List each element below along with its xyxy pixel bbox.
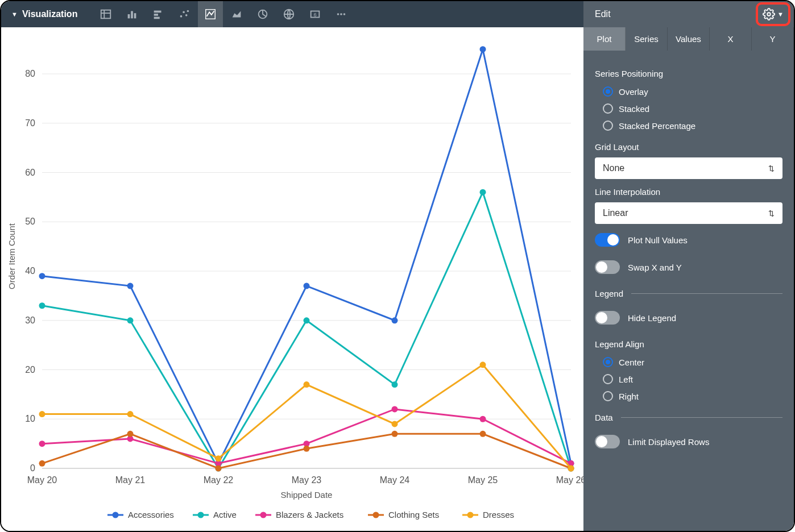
top-toolbar: ▼ Visualization 6 Edit ▼: [1, 1, 794, 27]
data-point[interactable]: [304, 283, 310, 289]
edit-tabs: PlotSeriesValuesXY: [583, 27, 794, 51]
data-point[interactable]: [480, 361, 486, 368]
select-caret-icon: ⇅: [768, 209, 775, 218]
visualization-title: Visualization: [22, 9, 78, 19]
radio-label: Overlay: [619, 87, 648, 97]
tab-series[interactable]: Series: [626, 27, 668, 51]
y-tick-label: 60: [25, 168, 35, 177]
data-point[interactable]: [304, 446, 310, 452]
tab-plot[interactable]: Plot: [583, 27, 626, 51]
tab-x[interactable]: X: [710, 27, 752, 51]
svg-point-20: [343, 13, 346, 15]
limit-rows-toggle[interactable]: [595, 435, 620, 448]
grid-layout-select[interactable]: None ⇅: [595, 157, 782, 179]
radio-label: Stacked Percentage: [619, 121, 695, 131]
legend-label: Blazers & Jackets: [276, 510, 343, 519]
edit-label: Edit: [595, 9, 611, 19]
radio-label: Left: [619, 375, 633, 384]
legend-item-active[interactable]: Active: [193, 510, 237, 519]
viz-type-scatter-icon[interactable]: [172, 1, 197, 27]
edit-side-panel: PlotSeriesValuesXY Series Positioning Ov…: [583, 27, 794, 531]
data-point[interactable]: [480, 416, 486, 422]
visualization-dropdown[interactable]: ▼ Visualization: [1, 9, 88, 19]
svg-rect-7: [154, 14, 158, 16]
data-point[interactable]: [39, 440, 45, 447]
line-interpolation-select[interactable]: Linear ⇅: [595, 202, 782, 224]
data-point[interactable]: [127, 431, 134, 437]
data-point[interactable]: [216, 455, 222, 462]
legend-label: Active: [213, 510, 237, 519]
settings-menu-button[interactable]: ▼: [760, 6, 786, 23]
legend-align-option-center[interactable]: Center: [603, 357, 782, 367]
viz-type-column-icon[interactable]: [119, 1, 144, 27]
viz-type-table-icon[interactable]: [93, 1, 118, 27]
data-point[interactable]: [39, 411, 45, 417]
data-point[interactable]: [216, 466, 222, 472]
viz-type-area-icon[interactable]: [224, 1, 249, 27]
svg-point-21: [767, 13, 771, 16]
caret-down-icon: ▼: [777, 11, 784, 18]
radio-label: Center: [619, 358, 644, 367]
data-point[interactable]: [127, 283, 134, 289]
viz-type-map-icon[interactable]: [276, 1, 301, 27]
series-positioning-option-stacked[interactable]: Stacked: [603, 103, 782, 114]
svg-point-41: [467, 512, 474, 518]
data-point[interactable]: [392, 421, 398, 427]
data-point[interactable]: [39, 273, 45, 279]
viz-type-more-icon[interactable]: [329, 1, 354, 27]
viz-type-bar-icon[interactable]: [146, 1, 171, 27]
svg-point-33: [113, 512, 119, 518]
select-caret-icon: ⇅: [768, 164, 775, 173]
svg-rect-5: [134, 13, 136, 18]
data-point[interactable]: [392, 431, 398, 437]
hide-legend-label: Hide Legend: [628, 313, 676, 323]
svg-point-39: [373, 512, 379, 518]
data-point[interactable]: [304, 381, 310, 388]
svg-point-37: [260, 512, 267, 518]
data-point[interactable]: [39, 302, 45, 309]
data-point[interactable]: [39, 460, 45, 467]
data-point[interactable]: [392, 381, 398, 388]
gear-icon: [763, 8, 775, 20]
viz-type-pie-icon[interactable]: [250, 1, 275, 27]
svg-rect-6: [154, 11, 162, 13]
y-tick-label: 40: [25, 266, 35, 276]
hide-legend-toggle[interactable]: [595, 311, 620, 325]
plot-null-values-label: Plot Null Values: [628, 235, 688, 245]
data-point[interactable]: [480, 431, 486, 437]
chart-area: 01020304050607080May 20May 21May 22May 2…: [1, 27, 583, 531]
radio-dot-icon: [603, 86, 613, 97]
legend-item-clothing-sets[interactable]: Clothing Sets: [368, 510, 439, 519]
svg-rect-3: [128, 14, 130, 18]
series-positioning-option-overlay[interactable]: Overlay: [603, 86, 782, 97]
legend-item-accessories[interactable]: Accessories: [107, 510, 174, 519]
caret-down-icon: ▼: [11, 11, 18, 18]
legend-align-option-right[interactable]: Right: [603, 391, 782, 401]
viz-type-line-icon[interactable]: [198, 1, 223, 27]
plot-null-values-toggle[interactable]: [595, 233, 620, 247]
data-point[interactable]: [392, 317, 398, 323]
radio-dot-icon: [603, 357, 613, 367]
radio-dot-icon: [603, 103, 613, 114]
x-tick-label: May 26: [556, 475, 583, 485]
data-point[interactable]: [127, 411, 134, 417]
data-point[interactable]: [392, 406, 398, 412]
series-positioning-option-stacked-percentage[interactable]: Stacked Percentage: [603, 120, 782, 131]
legend-item-dresses[interactable]: Dresses: [462, 510, 514, 519]
x-tick-label: May 20: [27, 475, 57, 485]
tab-values[interactable]: Values: [668, 27, 710, 51]
swap-xy-toggle[interactable]: [595, 260, 620, 274]
svg-point-12: [187, 10, 189, 13]
data-point[interactable]: [304, 317, 310, 323]
data-point[interactable]: [480, 189, 486, 196]
data-point[interactable]: [127, 317, 134, 323]
viz-type-single-value-icon[interactable]: 6: [303, 1, 328, 27]
legend-align-option-left[interactable]: Left: [603, 374, 782, 384]
y-tick-label: 70: [25, 118, 35, 128]
legend-item-blazers-jackets[interactable]: Blazers & Jackets: [255, 510, 343, 519]
svg-point-11: [185, 14, 188, 16]
data-point[interactable]: [568, 466, 574, 472]
data-point[interactable]: [480, 46, 486, 52]
x-tick-label: May 25: [468, 475, 498, 485]
tab-y[interactable]: Y: [752, 27, 794, 51]
